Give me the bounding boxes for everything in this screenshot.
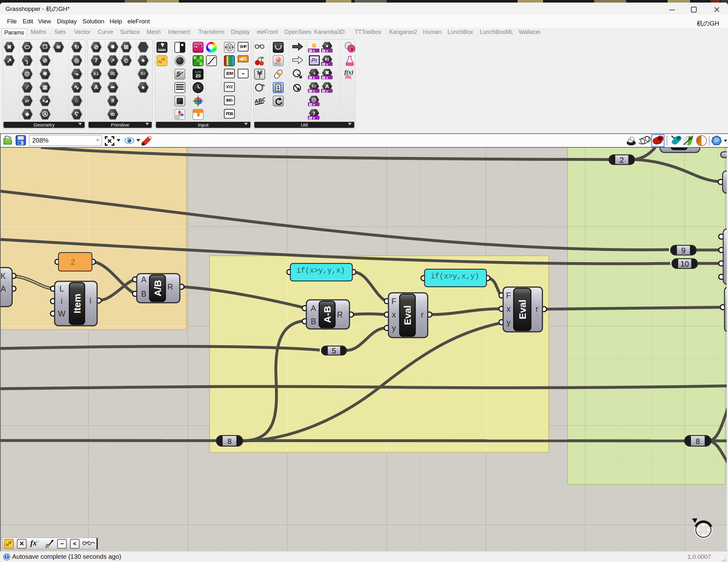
svg-text:y: y (392, 324, 396, 333)
svg-text:A: A (311, 304, 316, 313)
svg-text:2: 2 (71, 258, 75, 266)
svg-text:if(x>y,x,y): if(x>y,x,y) (431, 272, 479, 281)
svg-text:9: 9 (681, 246, 686, 255)
svg-text:5: 5 (332, 347, 336, 355)
svg-text:i: i (89, 296, 91, 305)
svg-text:K: K (1, 271, 6, 280)
svg-text:R: R (167, 282, 173, 291)
svg-text:if(x>y,y,x): if(x>y,y,x) (296, 266, 345, 275)
svg-text:i: i (61, 297, 63, 306)
svg-text:F: F (506, 291, 511, 300)
svg-text:F: F (391, 297, 396, 306)
svg-text:A: A (141, 275, 147, 284)
svg-text:x: x (507, 304, 511, 313)
svg-text:Eval: Eval (402, 305, 413, 325)
svg-text:B: B (141, 289, 147, 298)
svg-text:W: W (58, 309, 65, 318)
svg-text:r: r (536, 304, 538, 313)
svg-text:R: R (337, 310, 343, 319)
svg-text:10: 10 (680, 259, 689, 268)
svg-text:r: r (421, 310, 424, 319)
svg-text:y: y (507, 318, 511, 327)
svg-text:B: B (311, 317, 316, 326)
svg-text:Item: Item (72, 294, 82, 314)
svg-text:A/B: A/B (152, 280, 163, 297)
svg-text:A: A (1, 284, 6, 293)
svg-text:8: 8 (696, 437, 700, 446)
svg-text:8: 8 (227, 437, 232, 446)
svg-text:x: x (392, 310, 396, 319)
svg-text:L: L (59, 284, 64, 293)
svg-text:A-B: A-B (322, 306, 333, 323)
svg-text:Eval: Eval (517, 300, 528, 320)
svg-text:2: 2 (620, 156, 624, 164)
